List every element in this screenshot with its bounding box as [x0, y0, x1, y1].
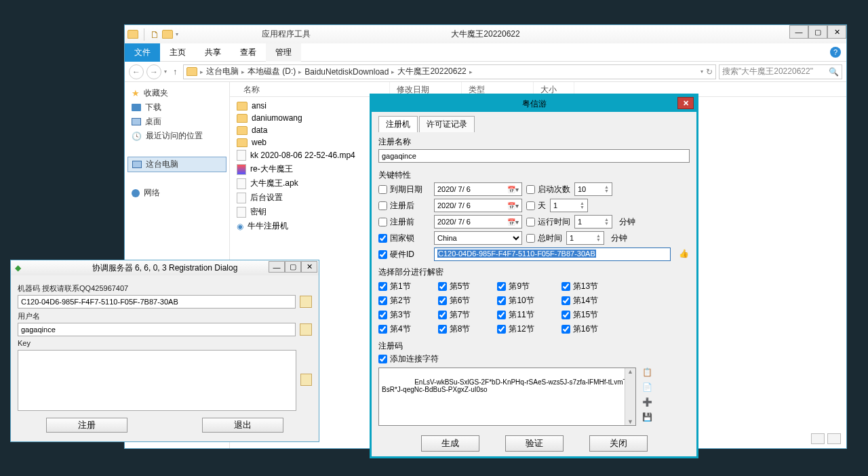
country-select[interactable]: China — [434, 231, 522, 245]
exit-button[interactable]: 退出 — [202, 418, 283, 433]
sidebar-favorites[interactable]: ★收藏夹 — [127, 86, 226, 100]
thumb-icon[interactable]: 👍 — [679, 249, 690, 260]
hwid-input[interactable]: C120-04D6-985F-F4F7-5110-F05F-7B87-30AB — [434, 247, 671, 261]
forward-button[interactable]: → — [146, 64, 161, 79]
tab-file[interactable]: 文件 — [125, 43, 160, 62]
sidebar-thispc[interactable]: 这台电脑 — [127, 157, 226, 172]
cb-total[interactable]: 总时间 — [526, 233, 562, 244]
spinner-icon[interactable]: ▲▼ — [604, 218, 609, 226]
cb-sec2[interactable]: 第2节 — [378, 295, 411, 306]
cb-sec3[interactable]: 第3节 — [378, 309, 411, 321]
cb-launch[interactable]: 启动次数 — [526, 184, 570, 195]
spinner-icon[interactable]: ▲▼ — [604, 185, 609, 193]
sidebar-recent[interactable]: 🕓最近访问的位置 — [127, 129, 226, 143]
close-button[interactable]: ✕ — [677, 97, 694, 109]
close-button[interactable]: ✕ — [827, 25, 846, 39]
minimize-button[interactable]: — — [789, 25, 808, 39]
chevron-down-icon[interactable]: ▾ — [701, 68, 703, 75]
close-button[interactable]: 关闭 — [589, 435, 648, 452]
help-icon[interactable]: ? — [830, 47, 841, 58]
paste-icon[interactable]: 📄 — [642, 382, 653, 393]
explorer-titlebar[interactable]: 🗋 ▾ 应用程序工具 大牛魔王20220622 — ▢ ✕ — [125, 25, 846, 43]
search-input[interactable]: 搜索"大牛魔王20220622" 🔍 — [719, 64, 842, 79]
close-button[interactable]: ✕ — [301, 261, 317, 273]
paste-icon[interactable] — [300, 323, 312, 336]
verify-button[interactable]: 验证 — [505, 435, 564, 452]
reg-titlebar[interactable]: ◆ 协调服务器 6, 6, 0, 3 Registration Dialog —… — [11, 260, 319, 275]
calendar-icon[interactable]: 📅▾ — [507, 202, 519, 210]
reg-name-input[interactable] — [378, 149, 690, 163]
icons-view-button[interactable] — [827, 433, 841, 444]
runtime-input[interactable]: 1▲▼ — [574, 215, 612, 229]
tab-manage[interactable]: 管理 — [266, 43, 301, 62]
cb-sec15[interactable]: 第15节 — [561, 309, 598, 321]
cb-sec7[interactable]: 第7节 — [438, 309, 471, 321]
yxy-titlebar[interactable]: 粤信游 ✕ — [372, 96, 696, 112]
scrollbar[interactable]: ▲▼ — [625, 368, 635, 425]
cb-hwid[interactable]: 硬件ID — [378, 249, 430, 260]
up-button[interactable]: ↑ — [170, 66, 180, 77]
total-input[interactable]: 1▲▼ — [566, 231, 604, 245]
date-after[interactable]: 2020/ 7/ 6📅▾ — [434, 199, 522, 212]
details-view-button[interactable] — [811, 433, 825, 444]
spinner-icon[interactable]: ▲▼ — [596, 234, 601, 242]
refresh-icon[interactable]: ↻ — [706, 67, 713, 77]
cb-sec8[interactable]: 第8节 — [438, 323, 471, 335]
col-name[interactable]: 名称 — [237, 82, 390, 96]
date-before[interactable]: 2020/ 7/ 6📅▾ — [434, 215, 522, 229]
chevron-right-icon[interactable]: ▸ — [200, 68, 203, 75]
tab-license[interactable]: 许可证记录 — [419, 116, 475, 132]
cb-sec13[interactable]: 第13节 — [561, 281, 598, 292]
cb-days[interactable]: 天 — [526, 200, 546, 212]
sidebar-desktop[interactable]: 桌面 — [127, 115, 226, 129]
cb-country[interactable]: 国家锁 — [378, 233, 430, 244]
cb-before[interactable]: 注册前 — [378, 216, 430, 228]
machine-code-input[interactable] — [18, 295, 296, 309]
cb-sec1[interactable]: 第1节 — [378, 281, 411, 292]
maximize-button[interactable]: ▢ — [285, 261, 301, 273]
cb-addconn[interactable]: 添加连接字符 — [378, 353, 690, 365]
spinner-icon[interactable]: ▲▼ — [580, 201, 585, 210]
sidebar-downloads[interactable]: 下载 — [127, 100, 226, 115]
paste-icon[interactable] — [300, 374, 312, 386]
key-textarea[interactable] — [18, 350, 296, 411]
register-button[interactable]: 注册 — [46, 418, 127, 433]
days-input[interactable]: 1▲▼ — [550, 199, 588, 212]
date-expire[interactable]: 2020/ 7/ 6📅▾ — [434, 182, 522, 196]
breadcrumb-folder1[interactable]: BaiduNetdiskDownload — [304, 67, 389, 77]
breadcrumb-disk[interactable]: 本地磁盘 (D:) — [248, 66, 296, 77]
minimize-button[interactable]: — — [269, 261, 285, 273]
address-bar[interactable]: ▸ 这台电脑 ▸ 本地磁盘 (D:) ▸ BaiduNetdiskDownloa… — [183, 64, 716, 79]
tab-register[interactable]: 注册机 — [378, 116, 418, 132]
chevron-right-icon[interactable]: ▸ — [469, 68, 473, 75]
chevron-right-icon[interactable]: ▸ — [298, 68, 302, 75]
cb-sec11[interactable]: 第11节 — [497, 309, 534, 321]
sidebar-network[interactable]: 网络 — [127, 186, 226, 200]
code-textarea[interactable]: EnLsV-wkBSu-SxlGS-2F*bD-KnPHq-rSAeS-wzs5… — [378, 368, 636, 426]
cb-sec5[interactable]: 第5节 — [438, 281, 471, 292]
tab-home[interactable]: 主页 — [160, 43, 195, 62]
breadcrumb-thispc[interactable]: 这台电脑 — [206, 66, 239, 77]
save-icon[interactable]: 💾 — [642, 412, 653, 423]
tab-view[interactable]: 查看 — [231, 43, 266, 62]
cb-runtime[interactable]: 运行时间 — [526, 216, 570, 228]
cb-sec10[interactable]: 第10节 — [497, 295, 534, 306]
cb-sec4[interactable]: 第4节 — [378, 323, 411, 335]
tab-share[interactable]: 共享 — [195, 43, 231, 62]
cb-after[interactable]: 注册后 — [378, 200, 430, 212]
cb-sec12[interactable]: 第12节 — [497, 323, 534, 335]
launch-input[interactable]: 10▲▼ — [574, 182, 612, 196]
cb-sec9[interactable]: 第9节 — [497, 281, 534, 292]
copy-icon[interactable] — [300, 296, 312, 308]
back-button[interactable]: ← — [129, 64, 144, 79]
chevron-right-icon[interactable]: ▸ — [241, 68, 245, 75]
cb-sec14[interactable]: 第14节 — [561, 295, 598, 306]
chevron-right-icon[interactable]: ▸ — [391, 68, 395, 75]
cb-sec16[interactable]: 第16节 — [561, 323, 598, 335]
generate-button[interactable]: 生成 — [421, 435, 479, 452]
add-icon[interactable]: ➕ — [642, 397, 653, 408]
user-input[interactable] — [18, 323, 296, 336]
cb-sec6[interactable]: 第6节 — [438, 295, 471, 306]
history-dropdown-icon[interactable]: ▾ — [164, 68, 167, 75]
calendar-icon[interactable]: 📅▾ — [507, 186, 519, 193]
